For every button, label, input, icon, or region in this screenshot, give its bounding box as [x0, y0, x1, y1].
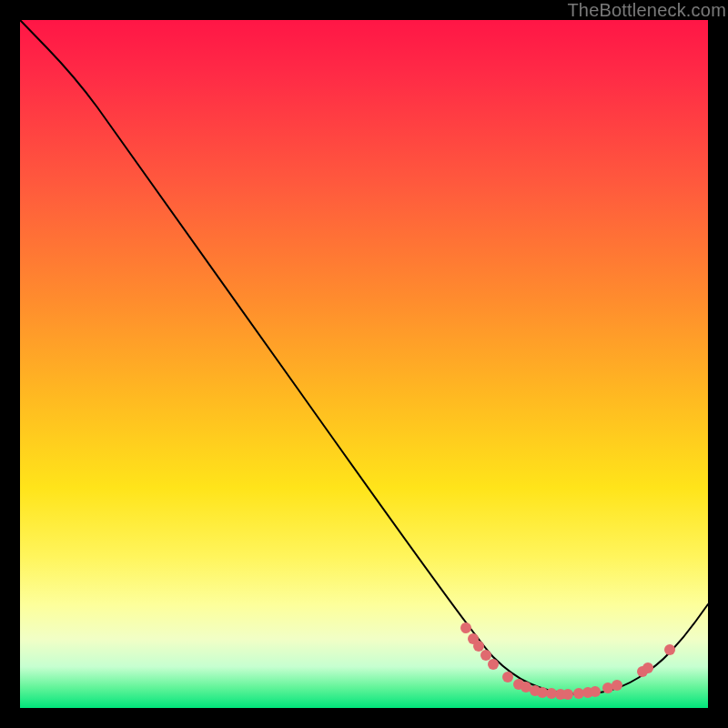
data-point	[480, 650, 491, 661]
chart-svg	[20, 20, 708, 708]
data-point	[488, 659, 499, 670]
data-point	[562, 689, 573, 700]
chart-frame	[20, 20, 708, 708]
data-point	[460, 622, 471, 633]
data-point	[590, 686, 601, 697]
data-point	[612, 680, 622, 691]
data-point	[502, 672, 513, 682]
data-point	[473, 641, 484, 652]
bottleneck-curve	[20, 20, 708, 694]
data-point	[642, 662, 653, 673]
dot-group	[460, 622, 675, 700]
data-point	[664, 644, 675, 655]
watermark-text: TheBottleneck.com	[567, 0, 726, 21]
